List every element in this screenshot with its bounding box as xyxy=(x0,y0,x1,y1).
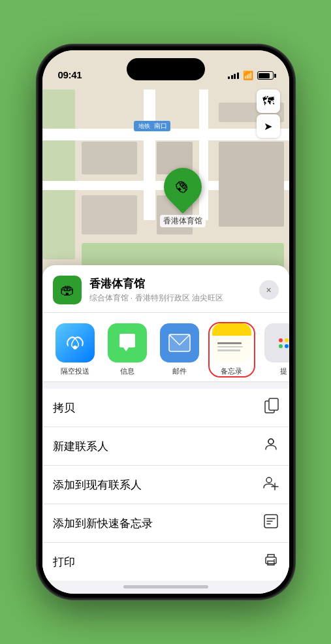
svg-rect-4 xyxy=(269,398,278,410)
notes-label: 备忘录 xyxy=(221,366,242,376)
dot-red xyxy=(279,338,283,342)
location-pin: 🏟 香港体育馆 xyxy=(160,168,206,227)
pin-label: 香港体育馆 xyxy=(160,215,206,227)
map-controls: 🗺 ➤ xyxy=(257,89,280,138)
action-copy[interactable]: 拷贝 xyxy=(42,389,289,427)
phone-frame: 09:41 📶 xyxy=(39,46,293,598)
dot-blue xyxy=(285,344,289,348)
new-contact-label: 新建联系人 xyxy=(53,439,108,454)
new-contact-icon xyxy=(263,436,279,456)
dot-green xyxy=(279,344,283,348)
wifi-icon: 📶 xyxy=(243,71,253,80)
notes-icon xyxy=(212,323,251,362)
add-existing-icon xyxy=(262,475,279,494)
map-building-3 xyxy=(82,195,137,234)
action-list: 拷贝 新建联系人 xyxy=(42,389,289,581)
copy-icon xyxy=(264,398,279,417)
airdrop-label: 隔空投送 xyxy=(61,366,89,376)
more-icon xyxy=(264,323,289,362)
signal-bars-icon xyxy=(228,72,239,79)
airdrop-icon xyxy=(55,323,95,362)
dynamic-island xyxy=(127,58,205,80)
messages-icon xyxy=(108,323,147,362)
sheet-header: 🏟 香港体育馆 综合体育馆 · 香港特别行政区 油尖旺区 × xyxy=(42,265,289,313)
print-icon xyxy=(263,552,279,572)
battery-icon xyxy=(257,71,274,80)
app-item-notes[interactable]: 备忘录 xyxy=(210,323,254,376)
svg-point-17 xyxy=(274,559,275,560)
place-info: 香港体育馆 综合体育馆 · 香港特别行政区 油尖旺区 xyxy=(89,276,259,304)
print-label: 打印 xyxy=(53,555,75,570)
more-label: 提 xyxy=(280,366,287,376)
svg-point-7 xyxy=(266,477,272,483)
stadium-icon: 🏟 xyxy=(172,176,194,198)
place-icon: 🏟 xyxy=(53,276,82,304)
map-building-1 xyxy=(82,142,137,174)
dot-yellow xyxy=(285,338,289,342)
place-subtitle: 综合体育馆 · 香港特别行政区 油尖旺区 xyxy=(89,293,259,304)
map-location-button[interactable]: ➤ xyxy=(257,114,280,138)
place-name: 香港体育馆 xyxy=(89,276,259,291)
subway-label: 地铁 南口 xyxy=(134,121,171,131)
app-item-more[interactable]: 提 xyxy=(262,323,289,376)
quick-note-label: 添加到新快速备忘录 xyxy=(53,516,153,531)
map-building-6 xyxy=(219,142,284,227)
close-button[interactable]: × xyxy=(259,280,279,300)
status-time: 09:41 xyxy=(58,69,82,80)
copy-label: 拷贝 xyxy=(53,400,75,415)
action-add-existing[interactable]: 添加到现有联系人 xyxy=(42,466,289,504)
svg-point-6 xyxy=(268,439,274,444)
home-indicator xyxy=(123,585,208,588)
phone-screen: 09:41 📶 xyxy=(42,50,289,594)
action-quick-note[interactable]: 添加到新快速备忘录 xyxy=(42,504,289,543)
svg-point-0 xyxy=(73,346,77,349)
svg-rect-16 xyxy=(268,561,274,565)
pin-circle: 🏟 xyxy=(155,160,209,214)
action-print[interactable]: 打印 xyxy=(42,543,289,581)
action-new-contact[interactable]: 新建联系人 xyxy=(42,427,289,466)
map-layers-button[interactable]: 🗺 xyxy=(257,89,280,113)
bottom-sheet: 🏟 香港体育馆 综合体育馆 · 香港特别行政区 油尖旺区 × xyxy=(42,265,289,594)
app-item-airdrop[interactable]: 隔空投送 xyxy=(53,323,97,376)
add-existing-label: 添加到现有联系人 xyxy=(53,477,142,492)
map-green-west xyxy=(42,89,75,259)
quick-note-icon xyxy=(263,513,279,533)
pin-inner: 🏟 xyxy=(168,172,198,202)
mail-label: 邮件 xyxy=(172,366,187,376)
status-icons: 📶 xyxy=(228,71,274,80)
mail-icon xyxy=(160,323,199,362)
map-road-v1 xyxy=(144,89,155,220)
messages-label: 信息 xyxy=(120,366,134,376)
app-item-messages[interactable]: 信息 xyxy=(105,323,150,376)
apps-row: 隔空投送 信息 xyxy=(42,313,289,382)
more-dots xyxy=(279,338,289,348)
app-item-mail[interactable]: 邮件 xyxy=(157,323,202,376)
